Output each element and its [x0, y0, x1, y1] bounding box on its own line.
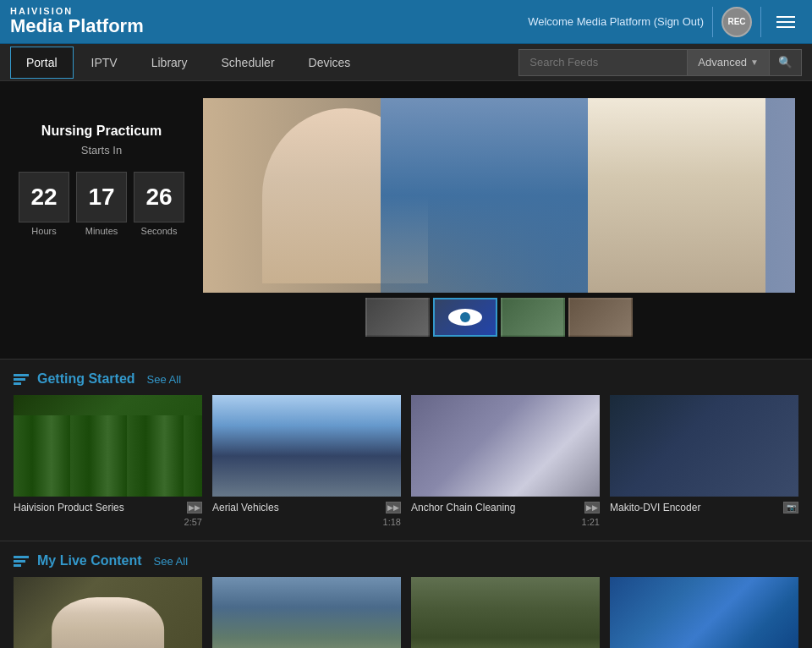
live-icon-bar-1: [14, 556, 29, 558]
timer-seconds: 26 Seconds: [134, 172, 184, 236]
video-card-4[interactable]: Makito-DVI Encoder 📷: [610, 395, 798, 527]
brand-bottom: Media Platform: [10, 16, 144, 36]
video-thumb-4: [610, 395, 798, 497]
welcome-text: Welcome Media Platform (Sign Out): [528, 15, 704, 28]
video-duration-1: 2:57: [14, 515, 202, 527]
live-card-2[interactable]: [212, 577, 401, 648]
hamburger-menu[interactable]: [770, 9, 802, 35]
logo: HAIVISION Media Platform: [10, 6, 144, 36]
thumbnail-2[interactable]: [433, 298, 497, 337]
icon-bar-3: [14, 382, 21, 385]
seconds-label: Seconds: [141, 226, 178, 236]
video-type-icon-3: ▶▶: [584, 502, 600, 513]
section-icon-live: [14, 553, 29, 568]
featured-video-area: [203, 98, 795, 342]
timer-hours: 22 Hours: [19, 172, 69, 236]
video-thumb-3: [411, 395, 600, 497]
getting-started-title: Getting Started: [37, 371, 135, 387]
figure-right: [588, 98, 765, 293]
thumbnail-4[interactable]: [568, 298, 633, 337]
rocks-scene: [212, 577, 401, 648]
hours-label: Hours: [31, 226, 56, 236]
video-card-2[interactable]: Aerial Vehicles ▶▶ 1:18: [212, 395, 401, 527]
search-button[interactable]: 🔍: [770, 49, 802, 76]
tab-scheduler[interactable]: Scheduler: [206, 47, 291, 79]
video-type-icon-2: ▶▶: [386, 502, 401, 513]
timer-minutes: 17 Minutes: [76, 172, 127, 236]
video-meta-1: Haivision Product Series ▶▶: [14, 497, 202, 515]
featured-main-image[interactable]: [203, 98, 795, 293]
featured-section: Nursing Practicum Starts In 22 Hours 17 …: [0, 81, 812, 359]
medical-scene-bg: [203, 98, 795, 293]
search-input[interactable]: [518, 49, 688, 76]
thumbnail-1[interactable]: [365, 298, 430, 337]
thumbnail-3[interactable]: [501, 298, 565, 337]
live-card-4[interactable]: [610, 577, 798, 648]
video-title-4: Makito-DVI Encoder: [610, 502, 783, 513]
countdown-timers: 22 Hours 17 Minutes 26 Seconds: [19, 172, 184, 236]
newsroom-person: [52, 597, 165, 648]
seconds-value: 26: [134, 172, 184, 222]
tab-library[interactable]: Library: [135, 47, 204, 79]
video-title-1: Haivision Product Series: [14, 502, 187, 513]
live-card-1[interactable]: [14, 577, 202, 648]
getting-started-grid: Haivision Product Series ▶▶ 2:57 Aerial …: [0, 395, 812, 541]
getting-started-header: Getting Started See All: [0, 359, 812, 395]
minutes-value: 17: [76, 172, 127, 222]
rec-button[interactable]: REC: [721, 7, 752, 37]
getting-started-see-all[interactable]: See All: [147, 373, 181, 386]
nav-tabs: Portal IPTV Library Scheduler Devices: [10, 47, 518, 79]
menu-line-2: [776, 21, 795, 23]
video-duration-4: [610, 515, 798, 517]
figure-center: [381, 98, 588, 293]
countdown-area: Nursing Practicum Starts In 22 Hours 17 …: [17, 98, 186, 236]
countdown-title: Nursing Practicum: [41, 124, 162, 139]
live-card-3[interactable]: [411, 577, 600, 648]
countdown-subtitle: Starts In: [81, 144, 122, 157]
live-content-grid: [0, 577, 812, 648]
video-duration-2: 1:18: [212, 515, 401, 527]
live-thumb-3: [411, 577, 600, 648]
advanced-label: Advanced: [698, 56, 747, 69]
live-icon-bar-3: [14, 564, 21, 567]
ocean-scene: [610, 577, 798, 648]
menu-line-1: [776, 16, 795, 18]
tab-devices[interactable]: Devices: [293, 47, 367, 79]
advanced-button[interactable]: Advanced ▼: [688, 49, 770, 76]
video-type-icon-4: 📷: [783, 502, 798, 513]
search-area: Advanced ▼ 🔍: [518, 49, 802, 76]
tab-iptv[interactable]: IPTV: [75, 47, 134, 79]
live-thumb-1: [14, 577, 202, 648]
live-thumb-2: [212, 577, 401, 648]
tab-portal[interactable]: Portal: [10, 47, 74, 79]
section-icon-getting-started: [14, 371, 29, 387]
live-content-see-all[interactable]: See All: [154, 555, 188, 568]
hours-value: 22: [19, 172, 69, 222]
app-header: HAIVISION Media Platform Welcome Media P…: [0, 0, 812, 44]
live-content-title: My Live Content: [37, 553, 142, 568]
header-right: Welcome Media Platform (Sign Out) REC: [528, 7, 802, 37]
video-meta-4: Makito-DVI Encoder 📷: [610, 497, 798, 515]
video-title-2: Aerial Vehicles: [212, 502, 386, 513]
video-type-icon-1: ▶▶: [187, 502, 202, 513]
search-icon: 🔍: [778, 56, 793, 69]
video-thumb-1: [14, 395, 202, 497]
video-thumb-2: [212, 395, 401, 497]
icon-bar-2: [14, 378, 25, 381]
minutes-label: Minutes: [85, 226, 118, 236]
chevron-down-icon: ▼: [750, 58, 759, 67]
header-divider-2: [760, 7, 761, 37]
video-card-3[interactable]: Anchor Chain Cleaning ▶▶ 1:21: [411, 395, 600, 527]
eye-pupil: [460, 312, 470, 322]
eye-icon: [448, 309, 482, 326]
header-divider: [712, 7, 713, 37]
live-icon-bar-2: [14, 560, 25, 563]
live-thumb-4: [610, 577, 798, 648]
video-meta-2: Aerial Vehicles ▶▶: [212, 497, 401, 515]
video-meta-3: Anchor Chain Cleaning ▶▶: [411, 497, 600, 515]
menu-line-3: [776, 26, 795, 28]
video-card-1[interactable]: Haivision Product Series ▶▶ 2:57: [14, 395, 202, 527]
road-scene: [411, 577, 600, 648]
icon-bar-1: [14, 374, 29, 376]
video-title-3: Anchor Chain Cleaning: [411, 502, 584, 513]
